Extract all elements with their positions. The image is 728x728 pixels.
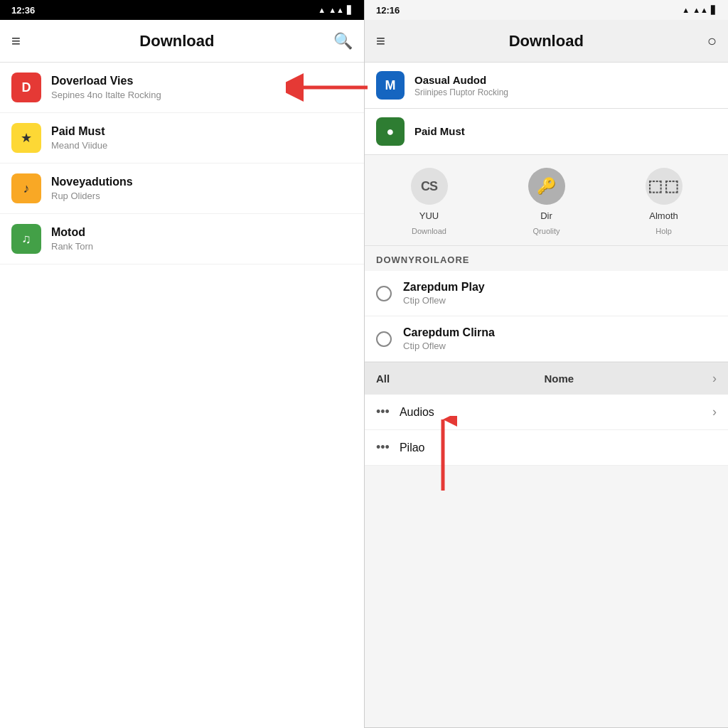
radio-sub-2: Ctip Oflew — [403, 341, 495, 351]
option-icon-almoth: ⬚⬚ — [646, 168, 682, 205]
option-label-almoth: Almoth — [649, 210, 678, 221]
option-dir[interactable]: 🔑 Dir Qruolity — [528, 168, 565, 235]
option-icon-text-almoth: ⬚⬚ — [648, 177, 680, 196]
right-item-icon-2: ● — [376, 117, 405, 146]
page-title-right: Download — [509, 32, 584, 50]
bottom-row[interactable]: All Nome › — [365, 362, 728, 395]
item-icon-1: D — [11, 73, 41, 102]
right-list-item-2[interactable]: ● Paid Must — [365, 109, 728, 155]
header-left: ≡ Download 🔍 — [0, 20, 364, 63]
radio-text-1: Zarepdum Play Ctip Oflew — [403, 281, 485, 306]
radio-sub-1: Ctip Oflew — [403, 295, 485, 306]
content-row-dots-1: ••• — [376, 405, 390, 419]
time-left: 12:36 — [11, 5, 35, 16]
option-icon-dir: 🔑 — [528, 168, 565, 205]
option-label-dir: Dir — [540, 210, 552, 221]
lock-icon: 🔑 — [537, 177, 556, 196]
item-icon-4: ♫ — [11, 224, 41, 254]
right-panel: 12:16 ▲ ▲▲ ▋ ≡ Download ○ M Oasual Audod… — [364, 0, 728, 728]
item-title-4: Motod — [51, 226, 353, 239]
right-item-icon-1: M — [376, 71, 405, 100]
item-text-2: Paid Must Meand Viidue — [51, 125, 353, 151]
red-arrow-left — [286, 73, 371, 102]
item-title-2: Paid Must — [51, 125, 353, 138]
content-row-chevron-1: › — [712, 405, 717, 419]
menu-icon-right[interactable]: ≡ — [376, 32, 385, 50]
content-row-pilao[interactable]: ••• Pilao — [365, 430, 728, 466]
item-title-3: Noveyadutions — [51, 176, 353, 188]
bottom-row-label-nome: Nome — [545, 373, 713, 385]
radio-text-2: Carepdum Clirna Ctip Oflew — [403, 326, 495, 351]
option-sub-almoth: Holp — [655, 227, 672, 235]
menu-icon-left[interactable]: ≡ — [11, 32, 21, 50]
list-item[interactable]: ★ Paid Must Meand Viidue — [0, 113, 364, 164]
options-bar: CS YUU Download 🔑 Dir Qruolity ⬚⬚ Almoth… — [365, 155, 728, 246]
left-panel: 12:36 ▲ ▲▲ ▋ ≡ Download 🔍 D Doverload Vi… — [0, 0, 364, 728]
item-text-3: Noveyadutions Rup Oliders — [51, 176, 353, 201]
page-title-left: Download — [139, 32, 214, 50]
status-icons-right: ▲ ▲▲ ▋ — [682, 6, 717, 15]
radio-title-2: Carepdum Clirna — [403, 326, 495, 339]
list-item[interactable]: D Doverload Vies Sepines 4no Italte Rock… — [0, 63, 364, 113]
content-row-audios[interactable]: ••• Audios › — [365, 395, 728, 430]
status-icons-left: ▲ ▲▲ ▋ — [318, 6, 353, 15]
search-icon-right[interactable]: ○ — [707, 32, 717, 50]
red-arrow-up — [429, 416, 457, 494]
bottom-row-chevron: › — [712, 371, 717, 386]
item-sub-2: Meand Viidue — [51, 140, 353, 151]
list-item[interactable]: ♪ Noveyadutions Rup Oliders — [0, 164, 364, 214]
right-list-item-1[interactable]: M Oasual Audod Sriinipes Пuptor Rocking — [365, 63, 728, 109]
header-right: ≡ Download ○ — [365, 20, 728, 63]
radio-circle-2 — [376, 331, 392, 347]
time-right: 12:16 — [376, 5, 400, 16]
radio-item-1[interactable]: Zarepdum Play Ctip Oflew — [365, 271, 728, 316]
content-row-dots-2: ••• — [376, 440, 390, 455]
item-sub-3: Rup Oliders — [51, 191, 353, 201]
status-bar-right: 12:16 ▲ ▲▲ ▋ — [365, 0, 728, 20]
option-sub-yuu: Download — [412, 227, 446, 235]
right-item-text-2: Paid Must — [414, 125, 465, 139]
item-sub-4: Rank Torn — [51, 241, 353, 252]
item-icon-3: ♪ — [11, 173, 41, 203]
option-almoth[interactable]: ⬚⬚ Almoth Holp — [646, 168, 682, 235]
content-row-wrapper-1: ••• Audios › — [365, 395, 728, 430]
option-label-yuu: YUU — [419, 210, 439, 221]
right-item-text-1: Oasual Audod Sriinipes Пuptor Rocking — [414, 74, 508, 97]
option-icon-yuu: CS — [411, 168, 448, 205]
option-icon-text-yuu: CS — [421, 179, 437, 194]
bottom-row-label-all: All — [376, 373, 545, 385]
right-item-sub-1: Sriinipes Пuptor Rocking — [414, 87, 508, 97]
item-text-4: Motod Rank Torn — [51, 226, 353, 252]
status-bar-left: 12:36 ▲ ▲▲ ▋ — [0, 0, 364, 20]
list-item[interactable]: ♫ Motod Rank Torn — [0, 214, 364, 264]
search-icon-left[interactable]: 🔍 — [333, 32, 353, 50]
radio-circle-1 — [376, 286, 392, 301]
option-sub-dir: Qruolity — [533, 227, 560, 235]
option-yuu[interactable]: CS YUU Download — [411, 168, 448, 235]
item-icon-2: ★ — [11, 123, 41, 153]
radio-title-1: Zarepdum Play — [403, 281, 485, 294]
section-label: DOWNYROILAORE — [365, 246, 728, 271]
right-item-title-2: Paid Must — [414, 125, 465, 137]
radio-item-2[interactable]: Carepdum Clirna Ctip Oflew — [365, 316, 728, 362]
right-item-title-1: Oasual Audod — [414, 74, 508, 86]
